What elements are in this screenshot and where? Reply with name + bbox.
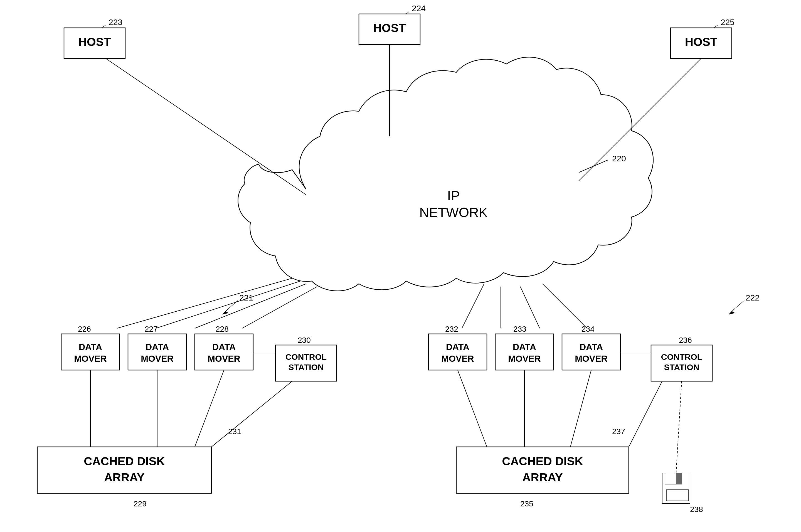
ref-236: 236 xyxy=(679,336,692,344)
data-mover-l3-box xyxy=(195,334,253,370)
cached-disk-left-label2: ARRAY xyxy=(104,471,145,484)
control-station-right-label2: STATION xyxy=(664,363,699,372)
cached-disk-right-label1: CACHED DISK xyxy=(502,455,583,468)
host-right-label: HOST xyxy=(685,35,718,49)
svg-line-3 xyxy=(713,25,718,28)
svg-line-26 xyxy=(458,370,487,447)
svg-marker-25 xyxy=(729,311,735,315)
ref-232: 232 xyxy=(445,325,458,333)
data-mover-r1-label1: DATA xyxy=(446,342,469,352)
svg-rect-32 xyxy=(676,473,682,484)
data-mover-l1-label1: DATA xyxy=(79,342,102,352)
svg-line-4 xyxy=(106,58,306,195)
data-mover-l3-label1: DATA xyxy=(212,342,236,352)
svg-line-14 xyxy=(542,284,587,328)
ref-226: 226 xyxy=(78,325,91,333)
data-mover-r2-label2: MOVER xyxy=(508,354,540,364)
data-mover-l2-box xyxy=(128,334,186,370)
control-station-left-label2: STATION xyxy=(288,363,324,372)
ref-227: 227 xyxy=(145,325,158,333)
host-left-label: HOST xyxy=(78,35,111,49)
data-mover-l2-label1: DATA xyxy=(146,342,169,352)
data-mover-r1-label2: MOVER xyxy=(441,354,474,364)
ref-225: 225 xyxy=(721,18,735,27)
cached-disk-left-label1: CACHED DISK xyxy=(84,455,165,468)
control-station-left-label1: CONTROL xyxy=(285,352,327,361)
ref-222: 222 xyxy=(746,293,760,302)
svg-line-10 xyxy=(242,287,317,328)
ref-235: 235 xyxy=(520,499,533,508)
ref-237: 237 xyxy=(612,427,625,436)
svg-line-20 xyxy=(195,370,224,447)
ref-233: 233 xyxy=(513,325,527,333)
svg-line-13 xyxy=(520,287,540,328)
ref-223: 223 xyxy=(109,18,122,27)
ip-network-cloud: IP NETWORK xyxy=(238,57,653,291)
cached-disk-left-box xyxy=(37,447,211,493)
ip-network-label2: NETWORK xyxy=(419,205,488,220)
svg-line-29 xyxy=(629,381,662,447)
data-mover-l3-label2: MOVER xyxy=(208,354,240,364)
svg-line-8 xyxy=(156,281,301,328)
ref-238: 238 xyxy=(690,505,703,514)
data-mover-r2-label1: DATA xyxy=(513,342,536,352)
svg-line-23 xyxy=(735,301,744,309)
svg-line-11 xyxy=(462,284,484,328)
svg-line-15 xyxy=(228,301,238,309)
data-mover-r3-label2: MOVER xyxy=(575,354,607,364)
data-mover-l1-label2: MOVER xyxy=(74,354,107,364)
ref-228: 228 xyxy=(216,325,229,333)
data-mover-r3-box xyxy=(562,334,621,370)
ref-229: 229 xyxy=(134,499,147,508)
svg-line-1 xyxy=(101,25,106,28)
control-station-right-label1: CONTROL xyxy=(661,352,702,361)
svg-line-21 xyxy=(211,381,292,447)
svg-rect-33 xyxy=(666,490,689,501)
svg-line-28 xyxy=(570,370,591,447)
svg-line-7 xyxy=(117,278,292,328)
cached-disk-right-box xyxy=(456,447,629,493)
cached-disk-right-label2: ARRAY xyxy=(522,471,562,484)
ref-224: 224 xyxy=(412,4,426,13)
data-mover-r1-box xyxy=(428,334,487,370)
svg-line-34 xyxy=(676,381,682,473)
host-center-label: HOST xyxy=(374,21,406,35)
ip-network-label: IP xyxy=(447,188,460,203)
data-mover-l2-label2: MOVER xyxy=(141,354,173,364)
svg-marker-17 xyxy=(223,311,229,315)
data-mover-l1-box xyxy=(61,334,120,370)
ref-220: 220 xyxy=(612,154,626,163)
ref-234: 234 xyxy=(581,325,595,333)
data-mover-r3-label1: DATA xyxy=(579,342,603,352)
ref-221: 221 xyxy=(239,293,253,302)
data-mover-r2-box xyxy=(495,334,554,370)
svg-line-9 xyxy=(195,284,306,328)
ref-230: 230 xyxy=(298,336,311,344)
